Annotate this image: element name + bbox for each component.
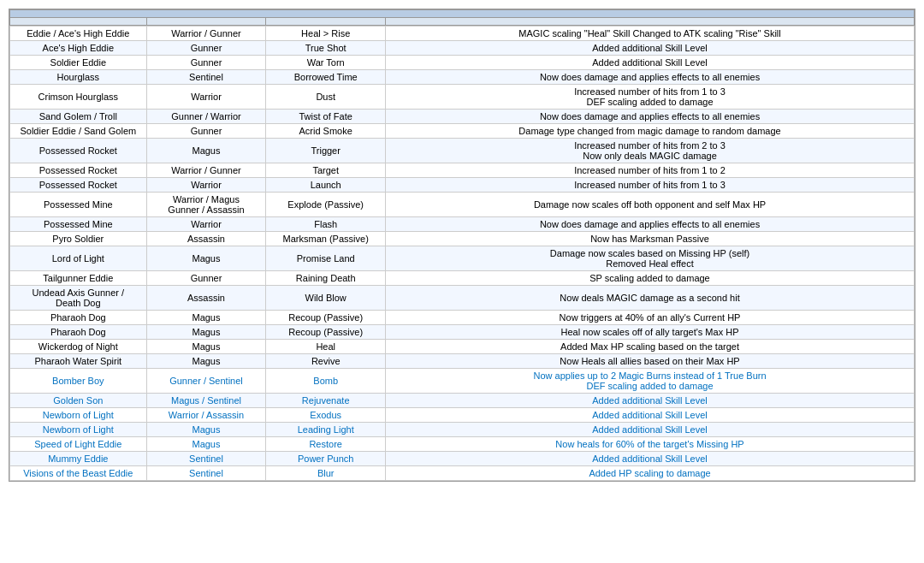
- cell-class: Gunner: [146, 41, 266, 56]
- cell-description: Now does damage and applies effects to a…: [386, 217, 915, 232]
- table-row: Newborn of LightMagusLeading LightAdded …: [10, 423, 915, 437]
- cell-class: Magus: [146, 246, 266, 271]
- header-class: [146, 18, 266, 26]
- cell-skill: Wild Blow: [266, 286, 386, 311]
- cell-skill: Raining Death: [266, 271, 386, 286]
- cell-class: Warrior: [146, 85, 266, 110]
- cell-skill: Restore: [266, 437, 386, 452]
- cell-class: Gunner: [146, 56, 266, 70]
- cell-character: Speed of Light Eddie: [10, 437, 147, 452]
- table-row: Soldier EddieGunnerWar TornAdded additio…: [10, 56, 915, 70]
- cell-character: Pharaoh Water Spirit: [10, 354, 147, 369]
- cell-skill: Acrid Smoke: [266, 124, 386, 139]
- table-header-row: [10, 18, 915, 26]
- table-title-row: [10, 10, 915, 18]
- cell-description: Now Heals all allies based on their Max …: [386, 354, 915, 369]
- cell-character: Soldier Eddie: [10, 56, 147, 70]
- table-row: Soldier Eddie / Sand GolemGunnerAcrid Sm…: [10, 124, 915, 139]
- cell-skill: Leading Light: [266, 423, 386, 437]
- table-row: Possessed MineWarrior / Magus Gunner / A…: [10, 193, 915, 217]
- cell-class: Magus: [146, 311, 266, 325]
- cell-skill: Heal > Rise: [266, 27, 386, 41]
- table-row: Sand Golem / TrollGunner / WarriorTwist …: [10, 110, 915, 124]
- cell-character: Hourglass: [10, 70, 147, 85]
- cell-description: Added additional Skill Level: [386, 394, 915, 408]
- cell-skill: Revive: [266, 354, 386, 369]
- cell-class: Warrior: [146, 217, 266, 232]
- table-row: Possessed RocketWarriorLaunchIncreased n…: [10, 178, 915, 193]
- cell-character: Pyro Soldier: [10, 232, 147, 246]
- cell-character: Pharaoh Dog: [10, 325, 147, 340]
- cell-character: Possessed Rocket: [10, 139, 147, 163]
- cell-character: Possessed Mine: [10, 193, 147, 217]
- cell-description: Increased number of hits from 1 to 2: [386, 163, 915, 178]
- cell-character: Eddie / Ace's High Eddie: [10, 27, 147, 41]
- table-row: Visions of the Beast EddieSentinelBlurAd…: [10, 466, 915, 481]
- cell-character: Newborn of Light: [10, 408, 147, 423]
- cell-description: Now has Marksman Passive: [386, 232, 915, 246]
- table-row: Tailgunner EddieGunnerRaining DeathSP sc…: [10, 271, 915, 286]
- cell-class: Gunner / Warrior: [146, 110, 266, 124]
- cell-class: Magus: [146, 139, 266, 163]
- table-row: Pharaoh Water SpiritMagusReviveNow Heals…: [10, 354, 915, 369]
- cell-class: Magus: [146, 423, 266, 437]
- cell-skill: Explode (Passive): [266, 193, 386, 217]
- cell-skill: Marksman (Passive): [266, 232, 386, 246]
- cell-description: Added additional Skill Level: [386, 408, 915, 423]
- cell-skill: Trigger: [266, 139, 386, 163]
- cell-class: Gunner: [146, 271, 266, 286]
- table-title: [10, 10, 915, 18]
- cell-skill: Borrowed Time: [266, 70, 386, 85]
- cell-description: Heal now scales off of ally target's Max…: [386, 325, 915, 340]
- cell-class: Magus: [146, 354, 266, 369]
- cell-character: Lord of Light: [10, 246, 147, 271]
- table-row: Eddie / Ace's High EddieWarrior / Gunner…: [10, 27, 915, 41]
- cell-skill: Target: [266, 163, 386, 178]
- cell-description: Now does damage and applies effects to a…: [386, 110, 915, 124]
- header-skill: [266, 18, 386, 26]
- table-row: HourglassSentinelBorrowed TimeNow does d…: [10, 70, 915, 85]
- table-row: Lord of LightMagusPromise LandDamage now…: [10, 246, 915, 271]
- table-row: Speed of Light EddieMagusRestoreNow heal…: [10, 437, 915, 452]
- table-row: Crimson HourglassWarriorDustIncreased nu…: [10, 85, 915, 110]
- cell-skill: Promise Land: [266, 246, 386, 271]
- cell-skill: Dust: [266, 85, 386, 110]
- cell-skill: Exodus: [266, 408, 386, 423]
- cell-description: Now heals for 60% of the target's Missin…: [386, 437, 915, 452]
- table-row: Newborn of LightWarrior / AssassinExodus…: [10, 408, 915, 423]
- table-row: Possessed RocketWarrior / GunnerTargetIn…: [10, 163, 915, 178]
- cell-class: Warrior / Gunner: [146, 27, 266, 41]
- cell-skill: Recoup (Passive): [266, 325, 386, 340]
- cell-character: Wickerdog of Night: [10, 340, 147, 354]
- cell-skill: Heal: [266, 340, 386, 354]
- cell-description: Added HP scaling to damage: [386, 466, 915, 481]
- cell-class: Warrior / Assassin: [146, 408, 266, 423]
- cell-class: Gunner: [146, 124, 266, 139]
- cell-skill: Blur: [266, 466, 386, 481]
- cell-description: Increased number of hits from 1 to 3: [386, 178, 915, 193]
- cell-description: Now does damage and applies effects to a…: [386, 70, 915, 85]
- cell-class: Gunner / Sentinel: [146, 369, 266, 394]
- cell-description: Added additional Skill Level: [386, 56, 915, 70]
- cell-class: Assassin: [146, 232, 266, 246]
- cell-character: Visions of the Beast Eddie: [10, 466, 147, 481]
- cell-skill: Launch: [266, 178, 386, 193]
- cell-character: Tailgunner Eddie: [10, 271, 147, 286]
- cell-character: Bomber Boy: [10, 369, 147, 394]
- cell-description: Added additional Skill Level: [386, 423, 915, 437]
- cell-class: Sentinel: [146, 452, 266, 466]
- cell-skill: War Torn: [266, 56, 386, 70]
- cell-character: Mummy Eddie: [10, 452, 147, 466]
- table-row: Possessed RocketMagusTriggerIncreased nu…: [10, 139, 915, 163]
- cell-description: Added additional Skill Level: [386, 452, 915, 466]
- header-description: [385, 18, 914, 26]
- table-row: Bomber BoyGunner / SentinelBombNow appli…: [10, 369, 915, 394]
- cell-description: Damage type changed from magic damage to…: [386, 124, 915, 139]
- cell-character: Soldier Eddie / Sand Golem: [10, 124, 147, 139]
- cell-class: Warrior / Magus Gunner / Assassin: [146, 193, 266, 217]
- table-row: Mummy EddieSentinelPower PunchAdded addi…: [10, 452, 915, 466]
- header-character: [10, 18, 147, 26]
- table-row: Golden SonMagus / SentinelRejuvenateAdde…: [10, 394, 915, 408]
- cell-skill: Recoup (Passive): [266, 311, 386, 325]
- cell-character: Crimson Hourglass: [10, 85, 147, 110]
